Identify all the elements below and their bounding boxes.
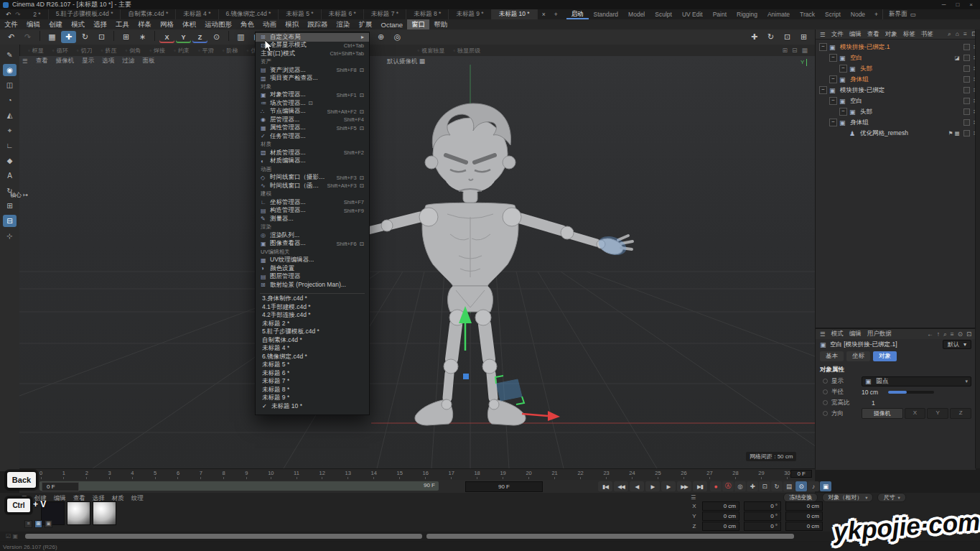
header-icon[interactable]: ⊡ [966, 330, 971, 338]
viewport-menu-item[interactable]: 显示 [82, 57, 94, 65]
toolbar-icon[interactable]: ∗ [135, 31, 150, 43]
layout-tab[interactable]: Node [846, 9, 870, 19]
menu-item[interactable]: ▣ 对象管理器... Shift+F1 ⊡ [256, 91, 369, 100]
enable-toggle[interactable] [963, 87, 970, 93]
hamburger-icon[interactable]: ☰ [691, 494, 696, 501]
object-manager-menu-item[interactable]: 对象 [885, 30, 897, 39]
toolbar-icon[interactable]: ↶ [4, 31, 19, 43]
layout-tab[interactable]: Script [820, 9, 846, 19]
menu-item[interactable]: ▦ 属性管理器... Shift+F5 ⊡ [256, 124, 369, 133]
modeling-command[interactable]: 循环 [52, 47, 68, 55]
expander-icon[interactable]: − [839, 65, 847, 73]
popout-icon[interactable]: ⊡ [360, 182, 364, 189]
object-tree-row[interactable]: − ▣ 头部 ∶ [816, 63, 980, 74]
attribute-menu-item[interactable]: 编辑 [849, 330, 862, 338]
menu-item[interactable]: 材质 [256, 141, 369, 149]
popout-icon[interactable]: ⊡ [360, 241, 364, 247]
menu-bar-item[interactable]: 样条 [134, 19, 156, 29]
document-tab[interactable]: 未标题 10 * [492, 9, 538, 19]
header-icon[interactable]: ⌕ [948, 30, 951, 38]
object-manager-menu-item[interactable]: 书签 [921, 30, 933, 39]
enable-toggle[interactable] [963, 119, 970, 126]
viewport-menu-item[interactable]: 面板 [142, 57, 154, 65]
mode-tool-icon[interactable]: ◉ [3, 64, 17, 76]
menu-item[interactable]: 3.身体制作.c4d * [256, 295, 369, 304]
menu-item[interactable]: ✓ 未标题 10 * [256, 402, 369, 411]
menu-item[interactable]: ▧ 材质管理器... Shift+F2 [256, 149, 369, 157]
menu-item[interactable]: ✓ 任务管理器... [256, 132, 369, 141]
add-tab-button[interactable]: + [550, 9, 562, 19]
menu-bar-item[interactable]: 窗口 [407, 19, 429, 29]
menu-item[interactable]: 未标题 9 * [256, 394, 369, 403]
layout-tab[interactable]: Track [795, 9, 820, 19]
layout-tab[interactable]: Sculpt [650, 9, 677, 19]
menu-bar-item[interactable]: 帮助 [429, 19, 452, 29]
viewport-menu-item[interactable]: 查看 [36, 57, 48, 65]
mode-tool-icon[interactable]: ∟ [3, 139, 17, 152]
toolbar-icon[interactable]: ✚ [61, 31, 76, 43]
toolbar-icon[interactable]: ⊕ [373, 31, 388, 43]
menu-item[interactable]: ▣ 图像查看器... Shift+F6 ⊡ [256, 240, 369, 249]
object-tree-row[interactable]: − ▣ 空白 ◪ ∶ [816, 52, 980, 63]
menu-item[interactable]: 4.1手部建模.c4d * [256, 303, 369, 312]
hamburger-icon[interactable]: ☰ [22, 57, 28, 65]
playhead-chip[interactable]: 0 F [42, 482, 79, 491]
enable-toggle[interactable] [963, 44, 970, 50]
radius-slider[interactable] [888, 391, 934, 394]
enable-toggle[interactable] [963, 130, 970, 136]
expander-icon[interactable]: − [829, 119, 837, 126]
popout-icon[interactable]: ⊡ [360, 92, 364, 98]
rotation-field[interactable]: 0 ° [744, 501, 781, 511]
header-icon[interactable]: ← [927, 330, 933, 338]
expander-icon[interactable]: − [829, 75, 837, 83]
menu-item[interactable]: ▥ 项目资产检查器... [256, 75, 369, 83]
document-tab[interactable]: 未标题 7 * [364, 9, 406, 19]
toolbar-icon[interactable] [154, 31, 155, 41]
position-field[interactable]: 0 cm [702, 522, 739, 531]
menu-bar-item[interactable]: 网格 [156, 19, 178, 29]
viewport-nav-icon[interactable]: ⊡ [780, 31, 795, 43]
menu-bar-item[interactable]: 跟踪器 [303, 19, 332, 29]
expander-icon[interactable]: − [819, 86, 827, 94]
toolbar-icon[interactable] [228, 31, 229, 41]
anim-dot[interactable] [823, 411, 828, 416]
menu-item[interactable]: ▤ 构造管理器... Shift+F9 [256, 207, 369, 216]
popout-icon[interactable]: ⊡ [309, 100, 313, 106]
material-menu-item[interactable]: 纹理 [131, 494, 144, 503]
menu-item[interactable]: 建模 [256, 190, 369, 199]
modeling-command[interactable]: 约束 [174, 47, 190, 55]
modeling-command[interactable]: 框显 [28, 47, 44, 55]
enable-toggle[interactable] [963, 98, 970, 104]
transport-button[interactable]: ▶ [661, 481, 676, 491]
document-tab[interactable]: 未标题 6 * [322, 9, 364, 19]
menu-bar-item[interactable]: 运动图形 [200, 19, 236, 29]
character-model[interactable] [340, 103, 633, 425]
menu-item[interactable] [260, 290, 365, 294]
record-button[interactable]: Ⓐ [722, 481, 734, 491]
menu-item[interactable]: 未标题 7 * [256, 378, 369, 386]
mode-tool-icon[interactable]: A [3, 170, 17, 182]
expander-icon[interactable]: − [829, 54, 837, 62]
back-overlay-button[interactable]: Back [6, 471, 37, 489]
attribute-tab[interactable]: 基本 [820, 351, 844, 361]
menu-item[interactable]: ∿ 时间线窗口（函数曲线）... Shift+Alt+F3 ⊡ [256, 182, 369, 190]
toolbar-icon[interactable] [113, 31, 114, 41]
layout-tab[interactable]: UV Edit [677, 9, 708, 19]
orientation-y[interactable]: Y [927, 408, 948, 419]
object-tag-icons[interactable]: ⚑ ▦ [948, 130, 960, 136]
orientation-value[interactable]: 摄像机 [862, 408, 903, 419]
header-icon[interactable]: ≡ [963, 30, 967, 38]
menu-item[interactable]: ◐ 材质编辑器... [256, 157, 369, 166]
size-field[interactable]: 0 cm [785, 511, 823, 521]
grid-view-toggle[interactable]: ⊞ [34, 520, 42, 528]
expander-icon[interactable]: − [829, 97, 837, 105]
header-icon[interactable]: ⌕ [943, 330, 947, 338]
menu-item[interactable]: 未标题 2 * [256, 320, 369, 328]
viewport-nav-icon[interactable]: ⊞ [796, 31, 811, 43]
menu-item[interactable]: 未标题 4 * [256, 345, 369, 353]
mode-tool-icon[interactable]: ◔ [3, 94, 17, 106]
modeling-command[interactable]: 平滑 [198, 47, 214, 55]
mode-tool-icon[interactable]: ⊟ [3, 215, 17, 227]
mode-tool-icon[interactable]: ◭ [3, 109, 17, 121]
transport-button[interactable]: ▮◀ [598, 481, 612, 491]
